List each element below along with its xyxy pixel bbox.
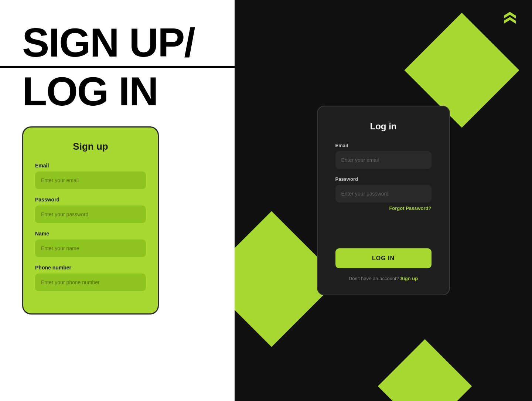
signup-card-title: Sign up	[35, 141, 146, 152]
login-email-label: Email	[335, 143, 432, 148]
signup-prompt-text: Don't have an account?	[349, 276, 399, 281]
signup-prompt: Don't have an account? Sign up	[335, 276, 432, 281]
signup-name-input[interactable]	[35, 239, 146, 257]
logo-icon	[502, 10, 517, 25]
signup-card: Sign up Email Password Name Phone number	[22, 126, 159, 315]
left-panel: SIGN UP/ LOG IN Sign up Email Password N…	[0, 0, 235, 401]
forgot-password-link[interactable]: Forgot Password?	[389, 205, 431, 211]
right-panel: Log in Email Password Forgot Password? L…	[235, 0, 532, 401]
signup-name-group: Name	[35, 231, 146, 257]
login-email-group: Email	[335, 143, 432, 169]
login-card-title: Log in	[335, 121, 432, 132]
login-email-input[interactable]	[335, 151, 432, 169]
login-password-input[interactable]	[335, 185, 432, 203]
login-card: Log in Email Password Forgot Password? L…	[317, 106, 450, 295]
login-button[interactable]: LOG IN	[335, 248, 432, 268]
signup-email-label: Email	[35, 163, 146, 169]
forgot-password-container: Forgot Password?	[335, 205, 432, 211]
signup-email-group: Email	[35, 163, 146, 189]
logo	[502, 10, 517, 28]
login-password-label: Password	[335, 176, 432, 182]
signup-password-input[interactable]	[35, 205, 146, 223]
signup-phone-input[interactable]	[35, 273, 146, 291]
decorative-diamond-3	[378, 339, 472, 401]
signup-phone-group: Phone number	[35, 265, 146, 291]
signup-password-label: Password	[35, 197, 146, 203]
signup-link[interactable]: Sign up	[400, 276, 418, 281]
signup-name-label: Name	[35, 231, 146, 237]
hero-divider	[0, 66, 235, 68]
signup-password-group: Password	[35, 197, 146, 223]
signup-phone-label: Phone number	[35, 265, 146, 271]
login-password-group: Password Forgot Password?	[335, 176, 432, 211]
hero-title-line2: LOG IN	[22, 71, 158, 112]
signup-email-input[interactable]	[35, 171, 146, 189]
hero-title-line1: SIGN UP/	[22, 22, 195, 63]
